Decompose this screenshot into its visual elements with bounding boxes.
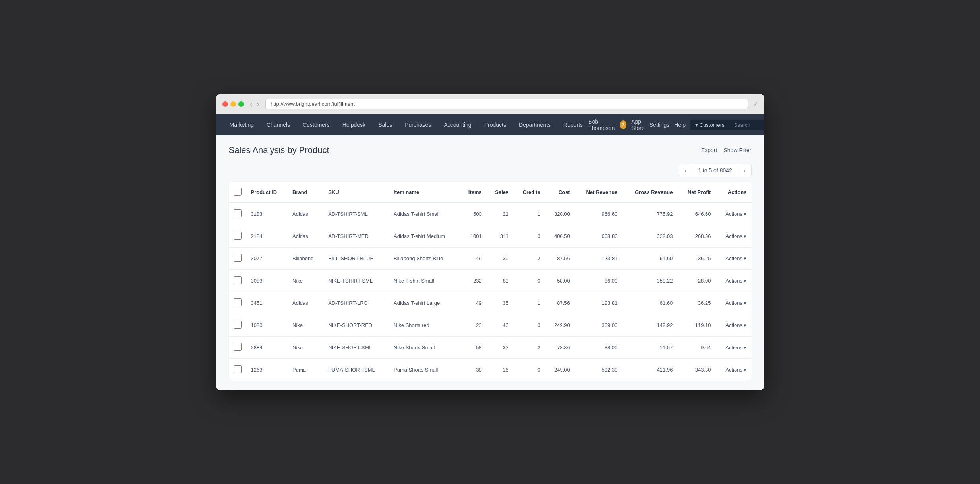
row-actions-btn-4[interactable]: Actions ▾ [715, 292, 751, 314]
th-checkbox [229, 182, 246, 203]
row-gross-revenue-0: 775.92 [622, 203, 677, 225]
row-item-name-2[interactable]: Billabong Shorts Blue [389, 248, 460, 270]
row-select-0[interactable] [234, 209, 242, 217]
app-store-link[interactable]: App Store [631, 118, 644, 131]
nav-item-sales[interactable]: Sales [373, 118, 398, 131]
row-actions-btn-1[interactable]: Actions ▾ [715, 225, 751, 248]
row-gross-revenue-4: 61.60 [622, 292, 677, 314]
table-row: 3183 Adidas AD-TSHIRT-SML Adidas T-shirt… [229, 203, 752, 225]
row-select-7[interactable] [234, 365, 242, 373]
nav-item-marketing[interactable]: Marketing [224, 118, 259, 131]
show-filter-button[interactable]: Show Filter [723, 145, 751, 156]
maximize-button[interactable] [238, 101, 244, 107]
row-item-name-3[interactable]: Nike T-shirt Small [389, 270, 460, 292]
row-select-2[interactable] [234, 254, 242, 262]
row-actions-btn-6[interactable]: Actions ▾ [715, 337, 751, 359]
row-credits-7: 0 [513, 359, 545, 381]
row-brand-4[interactable]: Adidas [288, 292, 323, 314]
settings-link[interactable]: Settings [649, 122, 670, 128]
row-item-name-6[interactable]: Nike Shorts Small [389, 337, 460, 359]
row-cost-7: 249.00 [545, 359, 574, 381]
row-brand-6[interactable]: Nike [288, 337, 323, 359]
row-items-6: 58 [460, 337, 487, 359]
row-actions-btn-2[interactable]: Actions ▾ [715, 248, 751, 270]
row-net-revenue-4: 123.81 [575, 292, 622, 314]
row-item-name-5[interactable]: Nike Shorts red [389, 314, 460, 337]
row-net-profit-3: 28.00 [677, 270, 715, 292]
row-brand-1[interactable]: Adidas [288, 225, 323, 248]
row-checkbox-5[interactable] [229, 314, 246, 337]
row-net-revenue-2: 123.81 [575, 248, 622, 270]
row-product-id-1: 2184 [246, 225, 288, 248]
row-sku-1[interactable]: AD-TSHIRT-MED [323, 225, 389, 248]
row-sku-5[interactable]: NIKE-SHORT-RED [323, 314, 389, 337]
nav-item-customers[interactable]: Customers [297, 118, 335, 131]
row-checkbox-3[interactable] [229, 270, 246, 292]
nav-item-accounting[interactable]: Accounting [438, 118, 477, 131]
row-gross-revenue-1: 322.03 [622, 225, 677, 248]
row-product-id-6: 2884 [246, 337, 288, 359]
row-checkbox-1[interactable] [229, 225, 246, 248]
nav-item-purchases[interactable]: Purchases [399, 118, 437, 131]
row-sku-0[interactable]: AD-TSHIRT-SML [323, 203, 389, 225]
user-name: Bob Thompson [588, 118, 617, 131]
row-net-revenue-0: 966.60 [575, 203, 622, 225]
row-sales-2: 35 [487, 248, 514, 270]
url-bar[interactable] [265, 99, 748, 109]
row-item-name-4[interactable]: Adidas T-shirt Large [389, 292, 460, 314]
prev-page-button[interactable]: ‹ [679, 164, 692, 177]
export-button[interactable]: Export [701, 145, 717, 156]
row-select-4[interactable] [234, 298, 242, 306]
row-checkbox-6[interactable] [229, 337, 246, 359]
row-brand-2[interactable]: Billabong [288, 248, 323, 270]
row-checkbox-0[interactable] [229, 203, 246, 225]
row-gross-revenue-7: 411.96 [622, 359, 677, 381]
row-select-5[interactable] [234, 321, 242, 329]
nav-item-products[interactable]: Products [479, 118, 512, 131]
row-checkbox-4[interactable] [229, 292, 246, 314]
help-link[interactable]: Help [674, 122, 686, 128]
minimize-button[interactable] [230, 101, 236, 107]
row-item-name-7[interactable]: Puma Shorts Small [389, 359, 460, 381]
table-row: 1020 Nike NIKE-SHORT-RED Nike Shorts red… [229, 314, 752, 337]
row-sales-4: 35 [487, 292, 514, 314]
row-sku-4[interactable]: AD-TSHIRT-LRG [323, 292, 389, 314]
search-input[interactable] [729, 120, 764, 130]
row-sku-7[interactable]: PUMA-SHORT-SML [323, 359, 389, 381]
page-title: Sales Analysis by Product [229, 145, 329, 155]
row-actions-btn-0[interactable]: Actions ▾ [715, 203, 751, 225]
row-item-name-0[interactable]: Adidas T-shirt Small [389, 203, 460, 225]
row-brand-7[interactable]: Puma [288, 359, 323, 381]
row-brand-3[interactable]: Nike [288, 270, 323, 292]
select-all-checkbox[interactable] [234, 188, 242, 196]
nav-item-channels[interactable]: Channels [261, 118, 296, 131]
row-select-1[interactable] [234, 232, 242, 240]
row-actions-btn-7[interactable]: Actions ▾ [715, 359, 751, 381]
row-item-name-1[interactable]: Adidas T-shirt Medium [389, 225, 460, 248]
close-button[interactable] [222, 101, 228, 107]
row-gross-revenue-6: 11.57 [622, 337, 677, 359]
row-brand-0[interactable]: Adidas [288, 203, 323, 225]
row-brand-5[interactable]: Nike [288, 314, 323, 337]
row-product-id-3: 3083 [246, 270, 288, 292]
next-page-button[interactable]: › [738, 164, 751, 177]
forward-button[interactable]: › [255, 100, 261, 108]
row-sku-3[interactable]: NIKE-TSHIRT-SML [323, 270, 389, 292]
row-net-profit-0: 646.60 [677, 203, 715, 225]
row-checkbox-2[interactable] [229, 248, 246, 270]
back-button[interactable]: ‹ [249, 100, 254, 108]
nav-item-departments[interactable]: Departments [513, 118, 556, 131]
search-dropdown-button[interactable]: ▾ Customers [690, 120, 729, 130]
row-product-id-7: 1263 [246, 359, 288, 381]
row-net-revenue-6: 88.00 [575, 337, 622, 359]
row-sku-2[interactable]: BILL-SHORT-BLUE [323, 248, 389, 270]
row-actions-btn-5[interactable]: Actions ▾ [715, 314, 751, 337]
row-checkbox-7[interactable] [229, 359, 246, 381]
row-select-3[interactable] [234, 276, 242, 284]
nav-item-helpdesk[interactable]: Helpdesk [337, 118, 371, 131]
row-select-6[interactable] [234, 343, 242, 351]
row-sku-6[interactable]: NIKE-SHORT-SML [323, 337, 389, 359]
row-actions-btn-3[interactable]: Actions ▾ [715, 270, 751, 292]
table-row: 1263 Puma PUMA-SHORT-SML Puma Shorts Sma… [229, 359, 752, 381]
nav-item-reports[interactable]: Reports [558, 118, 588, 131]
